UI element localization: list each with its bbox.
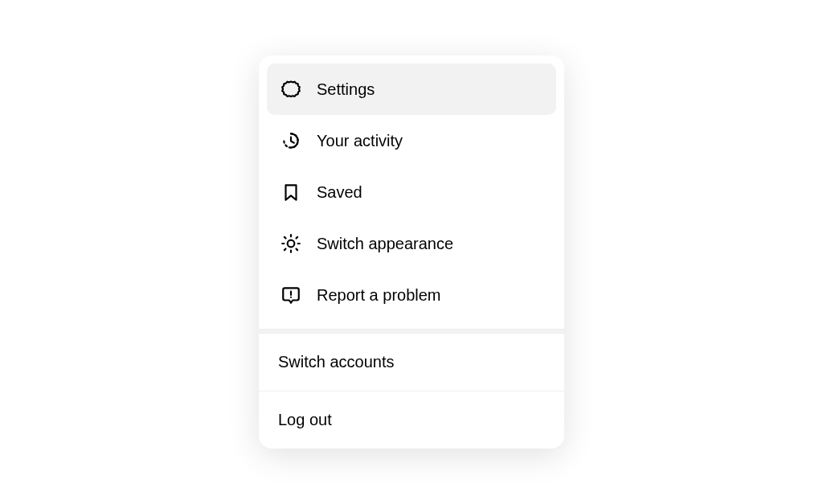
menu-item-switch-accounts[interactable]: Switch accounts [259, 334, 564, 391]
menu-item-report-problem[interactable]: Report a problem [267, 269, 556, 321]
sun-icon [280, 232, 302, 255]
menu-item-label: Saved [317, 183, 362, 202]
menu-item-label: Log out [278, 411, 332, 428]
menu-item-label: Switch appearance [317, 235, 453, 253]
report-icon [280, 284, 302, 306]
menu-item-label: Settings [317, 80, 375, 99]
menu-item-label: Report a problem [317, 286, 441, 305]
menu-primary-section: Settings Your activity Saved [259, 55, 564, 329]
menu-item-label: Switch accounts [278, 353, 395, 371]
gear-icon [280, 78, 302, 100]
more-menu: Settings Your activity Saved [259, 55, 564, 449]
svg-line-4 [297, 249, 298, 251]
menu-item-your-activity[interactable]: Your activity [267, 115, 556, 166]
menu-item-label: Your activity [317, 132, 403, 150]
svg-line-7 [285, 249, 286, 251]
svg-line-8 [297, 237, 298, 239]
menu-item-settings[interactable]: Settings [267, 64, 556, 115]
menu-item-saved[interactable]: Saved [267, 166, 556, 218]
bookmark-icon [280, 181, 302, 203]
activity-icon [280, 129, 302, 152]
menu-item-log-out[interactable]: Log out [259, 391, 564, 449]
menu-item-switch-appearance[interactable]: Switch appearance [267, 218, 556, 269]
svg-point-0 [288, 240, 295, 248]
svg-line-3 [285, 237, 286, 239]
